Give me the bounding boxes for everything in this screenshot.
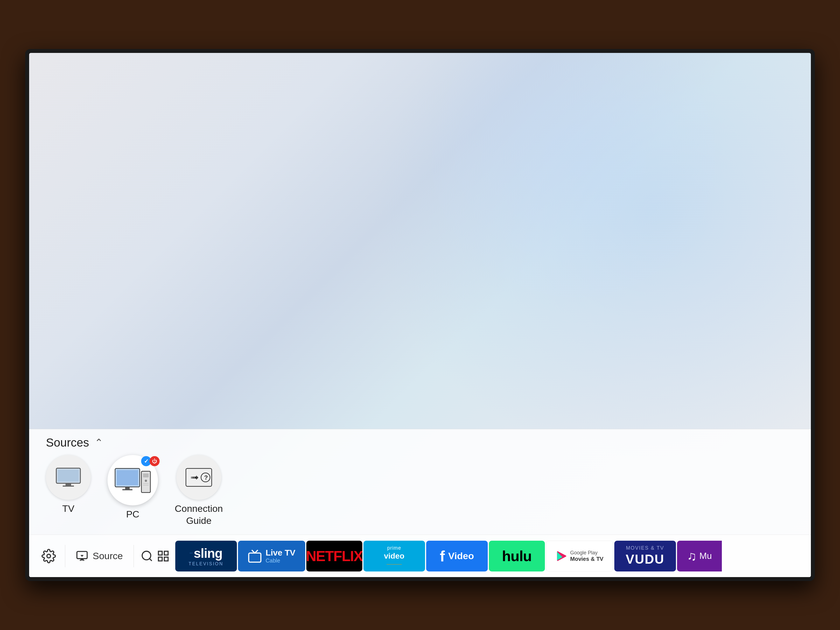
livetv-icon xyxy=(248,549,262,564)
pc-source-label: PC xyxy=(126,509,139,519)
search-icon xyxy=(141,549,153,562)
tv-screen: Sources ⌃ xyxy=(29,53,811,577)
source-item-connection-guide[interactable]: ➟ ? Connection Guide xyxy=(175,455,223,526)
svg-text:?: ? xyxy=(204,474,208,481)
livetv-main-label: Live TV xyxy=(265,548,295,557)
svg-point-10 xyxy=(145,480,147,482)
svg-text:➟: ➟ xyxy=(190,472,199,483)
svg-rect-6 xyxy=(125,487,129,489)
sources-header: Sources ⌃ xyxy=(46,436,794,449)
connection-guide-label-line2: Guide xyxy=(186,515,212,526)
tv-frame: Sources ⌃ xyxy=(25,49,815,581)
svg-rect-25 xyxy=(164,557,168,561)
app-livetv[interactable]: Live TV Cable xyxy=(238,541,305,572)
app-google-play[interactable]: Google Play Movies & TV xyxy=(546,541,613,572)
prime-video-label: video xyxy=(384,552,404,561)
sling-sub-text: TELEVISION xyxy=(189,561,223,567)
app-facebook-video[interactable]: f Video xyxy=(426,541,488,572)
livetv-sub-label: Cable xyxy=(265,557,295,564)
settings-button[interactable] xyxy=(35,541,63,572)
svg-rect-11 xyxy=(143,483,149,484)
source-item-tv[interactable]: TV xyxy=(46,455,91,514)
app-netflix[interactable]: NETFLIX xyxy=(306,541,362,572)
sources-title: Sources xyxy=(46,436,89,449)
music-note-icon: ♫ xyxy=(687,548,696,564)
main-area: Sources ⌃ xyxy=(29,53,811,535)
svg-rect-12 xyxy=(143,485,149,486)
google-play-icon xyxy=(556,550,568,562)
livetv-text-group: Live TV Cable xyxy=(265,548,295,564)
app-prime-video[interactable]: prime video ——— xyxy=(363,541,425,572)
svg-rect-5 xyxy=(117,470,138,485)
connection-guide-icon: ➟ ? xyxy=(177,455,221,500)
svg-rect-7 xyxy=(122,489,133,490)
grid-icon xyxy=(157,549,170,562)
facebook-f-icon: f xyxy=(440,547,445,565)
svg-rect-18 xyxy=(77,551,87,559)
svg-rect-3 xyxy=(63,486,74,486)
app-music[interactable]: ♫ Mu xyxy=(677,541,722,572)
netflix-logo-text: NETFLIX xyxy=(306,548,362,564)
app-hulu[interactable]: hulu xyxy=(489,541,545,572)
music-partial-label: Mu xyxy=(699,551,712,561)
tv-source-icon xyxy=(46,455,91,500)
sources-items: TV xyxy=(46,455,794,529)
svg-rect-23 xyxy=(164,551,168,555)
taskbar: Source ··· xyxy=(29,535,811,577)
sling-logo-text: sling xyxy=(194,546,222,561)
sources-chevron-icon[interactable]: ⌃ xyxy=(95,437,103,448)
tv-source-label: TV xyxy=(62,503,74,514)
settings-icon xyxy=(41,549,56,564)
app-sling[interactable]: ··· sling TELEVISION xyxy=(175,541,237,572)
taskbar-divider-1 xyxy=(65,545,65,567)
svg-rect-1 xyxy=(58,470,79,482)
svg-point-20 xyxy=(142,551,151,560)
prime-arrow-icon: ——— xyxy=(387,561,402,567)
tv-icon-svg xyxy=(56,467,81,487)
search-grid-button[interactable] xyxy=(136,541,174,572)
vudu-top-label: MOVIES & TV xyxy=(626,545,664,551)
vudu-logo-text: VUDU xyxy=(626,552,665,567)
pc-source-icon: ✓ ⏻ xyxy=(107,455,158,505)
gplay-sublabel: Movies & TV xyxy=(570,556,603,562)
svg-line-21 xyxy=(150,558,152,561)
svg-point-17 xyxy=(47,554,51,558)
fb-video-label: Video xyxy=(448,551,474,561)
svg-rect-9 xyxy=(143,474,149,477)
source-button-label: Source xyxy=(93,551,123,561)
sources-panel: Sources ⌃ xyxy=(29,429,811,535)
sling-dots-icon: ··· xyxy=(189,551,193,556)
connection-guide-label-line1: Connection xyxy=(175,503,223,514)
pc-icon-svg xyxy=(115,466,151,494)
pc-power-badge: ⏻ xyxy=(150,456,159,466)
source-item-pc[interactable]: ✓ ⏻ PC xyxy=(107,455,158,519)
svg-rect-26 xyxy=(249,553,261,562)
prime-text-label: prime xyxy=(387,545,401,551)
svg-rect-24 xyxy=(158,557,162,561)
svg-rect-2 xyxy=(66,483,71,486)
app-vudu[interactable]: MOVIES & TV VUDU xyxy=(614,541,676,572)
connection-guide-svg: ➟ ? xyxy=(185,466,213,489)
svg-rect-22 xyxy=(158,551,162,555)
source-button[interactable]: Source xyxy=(68,541,131,572)
source-icon xyxy=(76,550,88,562)
gplay-label: Google Play xyxy=(570,550,603,556)
hulu-logo-text: hulu xyxy=(502,548,532,564)
